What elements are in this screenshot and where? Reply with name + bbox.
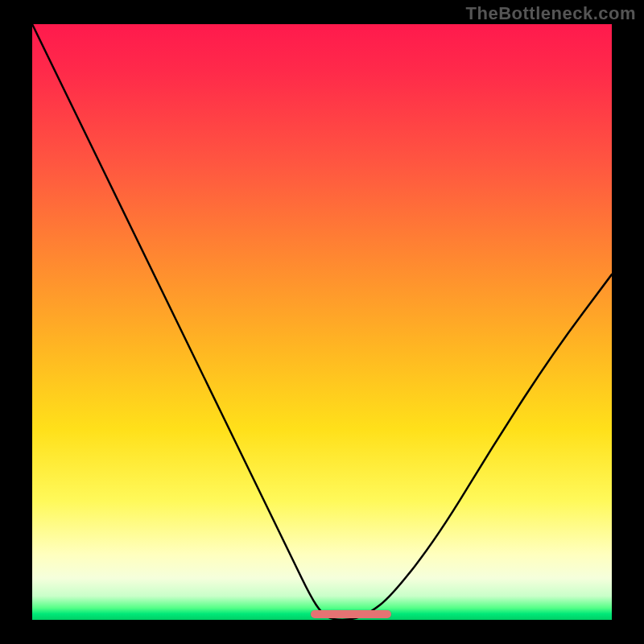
trough-marker [311, 610, 392, 618]
bottleneck-curve [32, 24, 612, 620]
plot-area [32, 24, 612, 620]
curve-path [32, 24, 612, 620]
watermark-text: TheBottleneck.com [466, 3, 636, 24]
chart-frame: TheBottleneck.com [0, 0, 644, 644]
